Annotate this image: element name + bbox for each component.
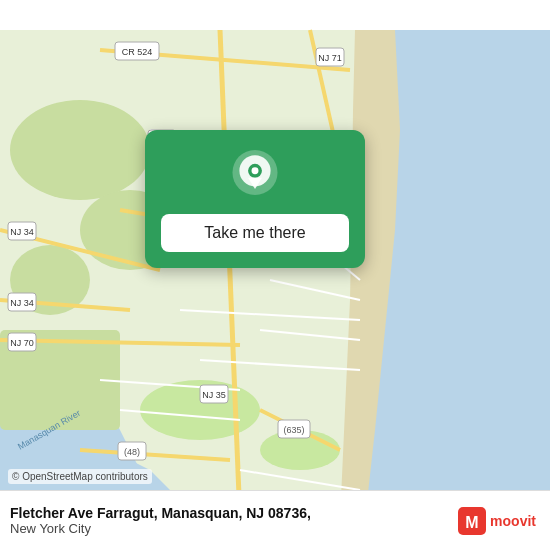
svg-point-55 [252, 167, 259, 174]
svg-text:NJ 71: NJ 71 [318, 53, 342, 63]
moovit-text: moovit [490, 513, 536, 529]
moovit-logo: M moovit [458, 507, 536, 535]
address-block: Fletcher Ave Farragut, Manasquan, NJ 087… [10, 505, 311, 536]
svg-text:NJ 35: NJ 35 [202, 390, 226, 400]
svg-text:(635): (635) [283, 425, 304, 435]
map-attribution: © OpenStreetMap contributors [8, 469, 152, 484]
map-background: CR 524 NJ 71 NJ 35 NJ 35 NJ 34 NJ 34 NJ … [0, 0, 550, 550]
svg-text:CR 524: CR 524 [122, 47, 153, 57]
map-container: CR 524 NJ 71 NJ 35 NJ 35 NJ 34 NJ 34 NJ … [0, 0, 550, 550]
svg-text:M: M [465, 514, 478, 531]
bottom-bar: Fletcher Ave Farragut, Manasquan, NJ 087… [0, 490, 550, 550]
svg-text:(48): (48) [124, 447, 140, 457]
svg-text:NJ 34: NJ 34 [10, 298, 34, 308]
take-me-there-button[interactable]: Take me there [161, 214, 349, 252]
svg-text:NJ 34: NJ 34 [10, 227, 34, 237]
location-card: Take me there [145, 130, 365, 268]
svg-point-5 [10, 100, 150, 200]
map-pin-icon [229, 150, 281, 202]
city-line: New York City [10, 521, 311, 536]
address-line: Fletcher Ave Farragut, Manasquan, NJ 087… [10, 505, 311, 521]
moovit-icon: M [458, 507, 486, 535]
svg-text:NJ 70: NJ 70 [10, 338, 34, 348]
